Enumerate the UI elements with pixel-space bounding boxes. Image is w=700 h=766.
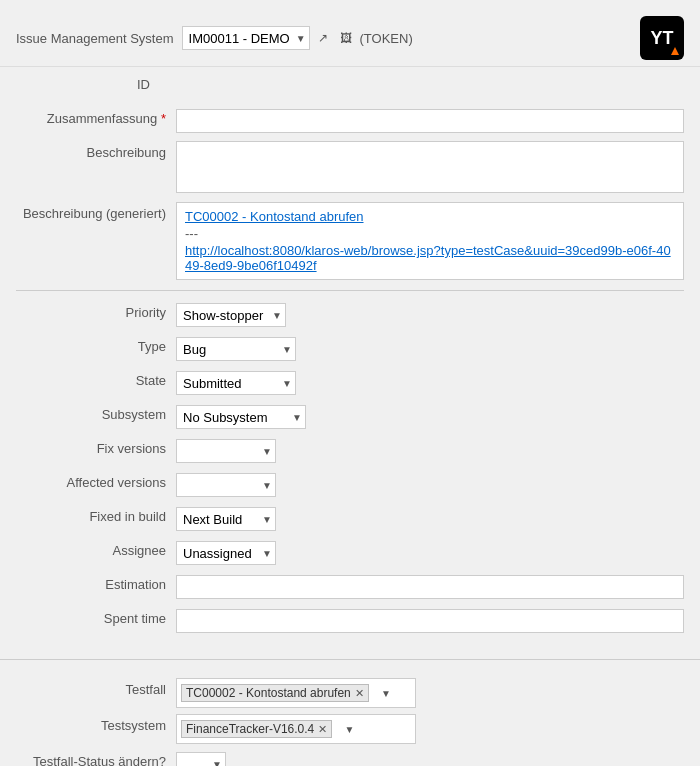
ims-dropdown[interactable]: IM00011 - DEMO xyxy=(182,26,310,50)
type-select[interactable]: Bug Feature Task xyxy=(176,337,296,361)
generated-link[interactable]: TC00002 - Kontostand abrufen xyxy=(185,209,364,224)
testfall-control: TC00002 - Kontostand abrufen ✕ ▼ xyxy=(176,678,684,708)
testfall-dropdown-wrapper: ▼ xyxy=(375,681,395,705)
beschreibung-textarea[interactable] xyxy=(176,141,684,193)
beschreibung-generiert-label: Beschreibung (generiert) xyxy=(16,202,176,221)
state-label: State xyxy=(16,369,176,388)
testsystem-tag-text: FinanceTracker-V16.0.4 xyxy=(186,722,314,736)
header-row: Issue Management System IM00011 - DEMO ▼… xyxy=(0,10,700,67)
zusammenfassung-row: Zusammenfassung * xyxy=(16,107,684,135)
priority-control: Show-stopper Critical Major Normal Minor… xyxy=(176,303,684,327)
testfall-status-select-wrapper: ▼ xyxy=(176,752,226,766)
beschreibung-generiert-control: TC00002 - Kontostand abrufen --- http://… xyxy=(176,202,684,280)
fixed-in-build-row: Fixed in build Next Build ▼ xyxy=(16,505,684,533)
spent-time-input[interactable] xyxy=(176,609,684,633)
fixed-in-build-select[interactable]: Next Build xyxy=(176,507,276,531)
testfall-select[interactable] xyxy=(375,681,395,705)
priority-row: Priority Show-stopper Critical Major Nor… xyxy=(16,301,684,329)
state-select[interactable]: Submitted Open In Progress Fixed Closed xyxy=(176,371,296,395)
spent-time-control xyxy=(176,609,684,633)
testsystem-row: Testsystem FinanceTracker-V16.0.4 ✕ ▼ xyxy=(16,714,684,744)
type-control: Bug Feature Task ▼ xyxy=(176,337,684,361)
subsystem-row: Subsystem No Subsystem ▼ xyxy=(16,403,684,431)
testfall-status-control: ▼ xyxy=(176,752,684,766)
testsystem-multiselect: FinanceTracker-V16.0.4 ✕ ▼ xyxy=(176,714,416,744)
subsystem-control: No Subsystem ▼ xyxy=(176,405,684,429)
divider-1 xyxy=(16,290,684,291)
subsystem-label: Subsystem xyxy=(16,403,176,422)
testfall-tag-close[interactable]: ✕ xyxy=(355,687,364,700)
assignee-select[interactable]: Unassigned xyxy=(176,541,276,565)
page-container: Issue Management System IM00011 - DEMO ▼… xyxy=(0,0,700,766)
ims-label: Issue Management System xyxy=(16,31,174,46)
testsystem-control: FinanceTracker-V16.0.4 ✕ ▼ xyxy=(176,714,684,744)
assignee-label: Assignee xyxy=(16,539,176,558)
state-control: Submitted Open In Progress Fixed Closed … xyxy=(176,371,684,395)
assignee-select-wrapper: Unassigned ▼ xyxy=(176,541,276,565)
priority-select-wrapper: Show-stopper Critical Major Normal Minor… xyxy=(176,303,286,327)
estimation-row: Estimation xyxy=(16,573,684,601)
affected-versions-row: Affected versions ▼ xyxy=(16,471,684,499)
fix-versions-control: ▼ xyxy=(176,439,684,463)
form-section: Zusammenfassung * Beschreibung Beschreib… xyxy=(0,99,700,649)
ims-selector: IM00011 - DEMO ▼ ↗ 🖼 (TOKEN) xyxy=(182,26,413,50)
type-label: Type xyxy=(16,335,176,354)
beschreibung-generiert-row: Beschreibung (generiert) TC00002 - Konto… xyxy=(16,202,684,280)
svg-marker-0 xyxy=(671,47,679,55)
image-icon[interactable]: 🖼 xyxy=(336,28,356,48)
fix-versions-select-wrapper: ▼ xyxy=(176,439,276,463)
token-text: (TOKEN) xyxy=(360,31,413,46)
testfall-row: Testfall TC00002 - Kontostand abrufen ✕ … xyxy=(16,678,684,708)
affected-versions-control: ▼ xyxy=(176,473,684,497)
testsystem-tag-close[interactable]: ✕ xyxy=(318,723,327,736)
lower-section: Testfall TC00002 - Kontostand abrufen ✕ … xyxy=(0,670,700,766)
assignee-control: Unassigned ▼ xyxy=(176,541,684,565)
fix-versions-select[interactable] xyxy=(176,439,276,463)
fix-versions-label: Fix versions xyxy=(16,437,176,456)
affected-versions-label: Affected versions xyxy=(16,471,176,490)
testfall-status-select[interactable] xyxy=(176,752,226,766)
beschreibung-control xyxy=(176,141,684,196)
testfall-tag-text: TC00002 - Kontostand abrufen xyxy=(186,686,351,700)
state-select-wrapper: Submitted Open In Progress Fixed Closed … xyxy=(176,371,296,395)
fixed-in-build-select-wrapper: Next Build ▼ xyxy=(176,507,276,531)
external-link-icon[interactable]: ↗ xyxy=(313,28,333,48)
affected-versions-select[interactable] xyxy=(176,473,276,497)
beschreibung-label: Beschreibung xyxy=(16,141,176,160)
priority-select[interactable]: Show-stopper Critical Major Normal Minor xyxy=(176,303,286,327)
spent-time-label: Spent time xyxy=(16,607,176,626)
spent-time-row: Spent time xyxy=(16,607,684,635)
required-marker: * xyxy=(161,111,166,126)
divider-2 xyxy=(0,659,700,660)
id-label: ID xyxy=(0,77,160,92)
testsystem-tag: FinanceTracker-V16.0.4 ✕ xyxy=(181,720,332,738)
testsystem-label: Testsystem xyxy=(16,714,176,733)
testfall-tag: TC00002 - Kontostand abrufen ✕ xyxy=(181,684,369,702)
beschreibung-row: Beschreibung xyxy=(16,141,684,196)
type-row: Type Bug Feature Task ▼ xyxy=(16,335,684,363)
testfall-label: Testfall xyxy=(16,678,176,697)
estimation-label: Estimation xyxy=(16,573,176,592)
testsystem-select[interactable] xyxy=(338,717,358,741)
id-row: ID xyxy=(0,73,700,95)
priority-label: Priority xyxy=(16,301,176,320)
ims-dropdown-wrapper[interactable]: IM00011 - DEMO ▼ xyxy=(182,26,310,50)
yt-logo: YT xyxy=(640,16,684,60)
zusammenfassung-input[interactable] xyxy=(176,109,684,133)
subsystem-select[interactable]: No Subsystem xyxy=(176,405,306,429)
generated-url[interactable]: http://localhost:8080/klaros-web/browse.… xyxy=(185,243,671,273)
state-row: State Submitted Open In Progress Fixed C… xyxy=(16,369,684,397)
generated-dash: --- xyxy=(185,226,675,241)
estimation-input[interactable] xyxy=(176,575,684,599)
subsystem-select-wrapper: No Subsystem ▼ xyxy=(176,405,306,429)
zusammenfassung-control xyxy=(176,109,684,133)
fixed-in-build-control: Next Build ▼ xyxy=(176,507,684,531)
type-select-wrapper: Bug Feature Task ▼ xyxy=(176,337,296,361)
assignee-row: Assignee Unassigned ▼ xyxy=(16,539,684,567)
testfall-status-label: Testfall-Status ändern? xyxy=(16,750,176,766)
testfall-multiselect: TC00002 - Kontostand abrufen ✕ ▼ xyxy=(176,678,416,708)
fix-versions-row: Fix versions ▼ xyxy=(16,437,684,465)
zusammenfassung-label: Zusammenfassung * xyxy=(16,107,176,126)
affected-versions-select-wrapper: ▼ xyxy=(176,473,276,497)
estimation-control xyxy=(176,575,684,599)
